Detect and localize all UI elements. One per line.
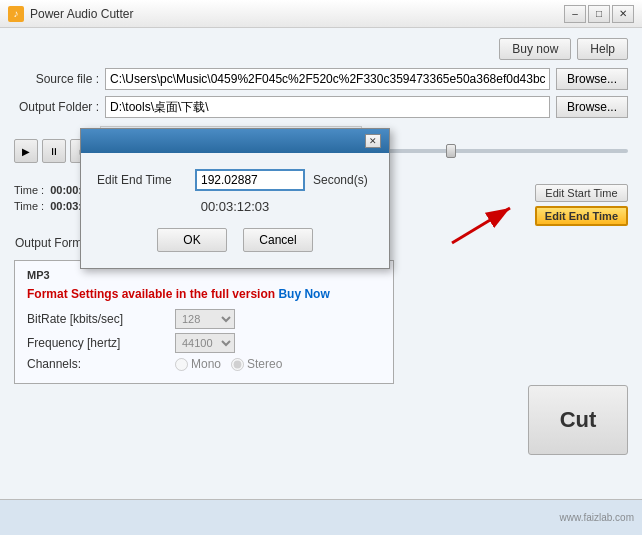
minimize-button[interactable]: – xyxy=(564,5,586,23)
main-window: Buy now Help Source file : Browse... Out… xyxy=(0,28,642,535)
dialog-time-input[interactable] xyxy=(195,169,305,191)
dialog-content: Edit End Time Second(s) 00:03:12:03 OK C… xyxy=(81,153,389,268)
dialog-end-time-label: Edit End Time xyxy=(97,173,187,187)
title-bar-controls: – □ ✕ xyxy=(564,5,634,23)
dialog-ok-button[interactable]: OK xyxy=(157,228,227,252)
dialog-input-row: Edit End Time Second(s) xyxy=(97,169,373,191)
arrow-svg xyxy=(442,198,522,248)
edit-end-time-dialog: ✕ Edit End Time Second(s) 00:03:12:03 OK… xyxy=(80,128,390,269)
dialog-overlay: ✕ Edit End Time Second(s) 00:03:12:03 OK… xyxy=(0,28,642,535)
dialog-close-button[interactable]: ✕ xyxy=(365,134,381,148)
dialog-title-bar: ✕ xyxy=(81,129,389,153)
close-button[interactable]: ✕ xyxy=(612,5,634,23)
dialog-unit-label: Second(s) xyxy=(313,173,368,187)
app-icon: ♪ xyxy=(8,6,24,22)
maximize-button[interactable]: □ xyxy=(588,5,610,23)
arrow-indicator xyxy=(442,198,522,251)
dialog-buttons: OK Cancel xyxy=(97,228,373,252)
svg-line-1 xyxy=(452,208,510,243)
title-bar: ♪ Power Audio Cutter – □ ✕ xyxy=(0,0,642,28)
dialog-cancel-button[interactable]: Cancel xyxy=(243,228,313,252)
title-bar-text: Power Audio Cutter xyxy=(30,7,564,21)
dialog-time-display: 00:03:12:03 xyxy=(97,199,373,214)
